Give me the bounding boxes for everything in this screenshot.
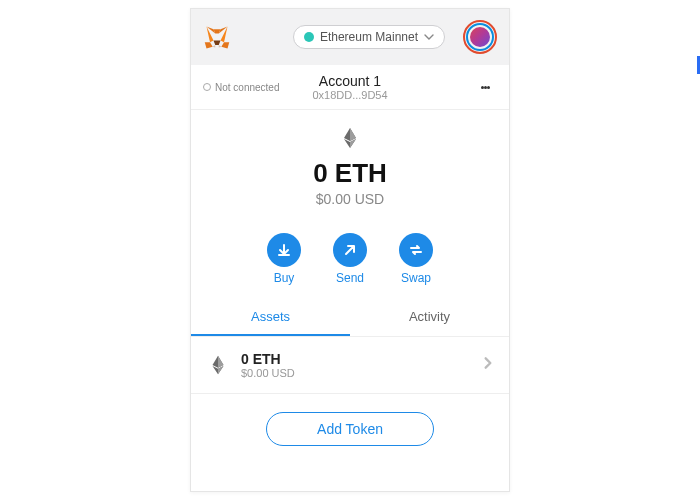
add-token-button[interactable]: Add Token	[266, 412, 434, 446]
asset-fiat: $0.00 USD	[241, 367, 471, 379]
header-bar: Ethereum Mainnet	[191, 9, 509, 65]
avatar-icon	[470, 27, 490, 47]
buy-label: Buy	[274, 271, 295, 285]
asset-info: 0 ETH $0.00 USD	[241, 351, 471, 379]
send-button[interactable]: Send	[333, 233, 367, 285]
svg-marker-2	[221, 42, 229, 48]
buy-icon	[267, 233, 301, 267]
metamask-fox-icon	[203, 23, 231, 51]
tab-assets[interactable]: Assets	[191, 299, 350, 336]
network-selector[interactable]: Ethereum Mainnet	[293, 25, 445, 49]
asset-row[interactable]: 0 ETH $0.00 USD	[191, 337, 509, 394]
account-avatar-button[interactable]	[463, 20, 497, 54]
balance-fiat: $0.00 USD	[191, 191, 509, 207]
account-address: 0x18DD...9D54	[312, 89, 387, 101]
balance-section: 0 ETH $0.00 USD	[191, 110, 509, 217]
send-label: Send	[336, 271, 364, 285]
send-icon	[333, 233, 367, 267]
svg-marker-3	[205, 42, 213, 48]
ethereum-icon	[207, 354, 229, 376]
buy-button[interactable]: Buy	[267, 233, 301, 285]
account-identity[interactable]: Account 1 0x18DD...9D54	[312, 73, 387, 101]
network-status-dot-icon	[304, 32, 314, 42]
account-menu-button[interactable]	[473, 75, 497, 99]
tab-activity[interactable]: Activity	[350, 299, 509, 336]
svg-marker-4	[213, 45, 216, 48]
network-label: Ethereum Mainnet	[320, 30, 418, 44]
svg-marker-5	[219, 45, 222, 48]
connection-status-icon	[203, 83, 211, 91]
account-row: Not connected Account 1 0x18DD...9D54	[191, 65, 509, 110]
connection-status[interactable]: Not connected	[203, 82, 280, 93]
chevron-down-icon	[424, 32, 434, 42]
swap-icon	[399, 233, 433, 267]
avatar-ring-inner	[466, 23, 494, 51]
swap-button[interactable]: Swap	[399, 233, 433, 285]
account-name: Account 1	[312, 73, 387, 89]
swap-label: Swap	[401, 271, 431, 285]
wallet-popup: Ethereum Mainnet Not connected Account 1…	[190, 8, 510, 492]
add-token-section: Add Token	[191, 394, 509, 464]
asset-amount: 0 ETH	[241, 351, 471, 367]
tabs: Assets Activity	[191, 299, 509, 337]
ethereum-icon	[338, 126, 362, 150]
action-buttons: Buy Send Swap	[191, 233, 509, 285]
connection-status-label: Not connected	[215, 82, 280, 93]
svg-marker-6	[214, 41, 221, 45]
balance-amount: 0 ETH	[191, 158, 509, 189]
chevron-right-icon	[483, 356, 493, 374]
